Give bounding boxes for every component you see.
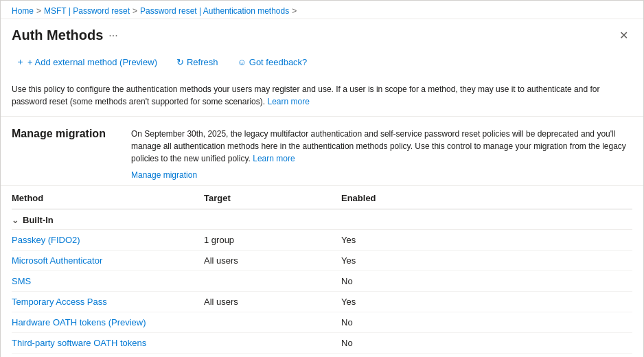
- info-learn-more-link[interactable]: Learn more: [267, 97, 309, 106]
- table-row[interactable]: Third-party software OATH tokens No: [12, 333, 632, 354]
- table-row[interactable]: SMS No: [12, 271, 632, 292]
- table-row[interactable]: Voice call No: [12, 354, 632, 357]
- panel-header: Auth Methods ··· ✕: [1, 19, 643, 50]
- breadcrumb-sep3: >: [292, 6, 297, 16]
- method-name-link[interactable]: Microsoft Authenticator: [12, 255, 204, 266]
- breadcrumb-sep1: >: [36, 6, 41, 16]
- header-target: Target: [204, 193, 341, 203]
- table-row[interactable]: Temporary Access Pass All users Yes: [12, 292, 632, 312]
- migration-description: On September 30th, 2025, the legacy mult…: [131, 128, 632, 165]
- table-row[interactable]: Hardware OATH tokens (Preview) No: [12, 312, 632, 333]
- header-method: Method: [12, 193, 204, 203]
- more-options-icon[interactable]: ···: [108, 30, 117, 42]
- refresh-icon: ↻: [176, 57, 184, 67]
- method-name-link[interactable]: SMS: [12, 276, 204, 286]
- table-row[interactable]: Microsoft Authenticator All users Yes: [12, 251, 632, 271]
- method-enabled: No: [341, 338, 632, 348]
- breadcrumb: Home > MSFT | Password reset > Password …: [1, 1, 643, 19]
- refresh-button[interactable]: ↻ Refresh: [172, 54, 222, 70]
- info-bar: Use this policy to configure the authent…: [1, 78, 643, 117]
- method-name-link[interactable]: Hardware OATH tokens (Preview): [12, 317, 204, 327]
- method-enabled: Yes: [341, 297, 632, 307]
- table-row[interactable]: Passkey (FIDO2) 1 group Yes: [12, 230, 632, 251]
- method-target: All users: [204, 255, 341, 266]
- feedback-button[interactable]: ☺ Got feedback?: [233, 54, 312, 70]
- panel-title-row: Auth Methods ···: [12, 27, 118, 43]
- method-enabled: No: [341, 317, 632, 327]
- breadcrumb-sep2: >: [133, 6, 137, 16]
- feedback-label: Got feedback?: [249, 57, 308, 67]
- migration-section: Manage migration On September 30th, 2025…: [1, 117, 643, 186]
- refresh-label: Refresh: [187, 57, 218, 67]
- header-enabled: Enabled: [341, 193, 632, 203]
- auth-methods-panel: Home > MSFT | Password reset > Password …: [0, 0, 644, 357]
- migration-content: On September 30th, 2025, the legacy mult…: [131, 128, 632, 180]
- page-title: Auth Methods: [12, 27, 103, 43]
- breadcrumb-home[interactable]: Home: [12, 6, 34, 16]
- method-rows-container: Passkey (FIDO2) 1 group Yes Microsoft Au…: [12, 230, 632, 357]
- built-in-group[interactable]: ⌄ Built-In: [12, 209, 632, 230]
- add-icon: ＋: [16, 56, 25, 68]
- method-enabled: Yes: [341, 235, 632, 245]
- manage-migration-link[interactable]: Manage migration: [131, 170, 632, 180]
- method-name-link[interactable]: Temporary Access Pass: [12, 297, 204, 307]
- close-button[interactable]: ✕: [615, 26, 632, 45]
- table-header: Method Target Enabled: [12, 186, 632, 209]
- method-target: All users: [204, 297, 341, 307]
- chevron-down-icon: ⌄: [12, 216, 19, 225]
- migration-desc-text: On September 30th, 2025, the legacy mult…: [131, 129, 626, 163]
- toolbar: ＋ + Add external method (Preview) ↻ Refr…: [1, 50, 643, 78]
- built-in-label: Built-In: [23, 215, 54, 225]
- method-enabled: Yes: [341, 255, 632, 266]
- method-name-link[interactable]: Third-party software OATH tokens: [12, 338, 204, 348]
- methods-table-section: Method Target Enabled ⌄ Built-In Passkey…: [1, 186, 643, 357]
- method-enabled: No: [341, 276, 632, 286]
- breadcrumb-auth[interactable]: Password reset | Authentication methods: [140, 6, 289, 16]
- feedback-icon: ☺: [238, 57, 246, 67]
- breadcrumb-msft[interactable]: MSFT | Password reset: [44, 6, 130, 16]
- add-external-method-button[interactable]: ＋ + Add external method (Preview): [12, 53, 161, 71]
- migration-learn-more-link[interactable]: Learn more: [253, 154, 295, 163]
- migration-title: Manage migration: [12, 128, 115, 140]
- method-name-link[interactable]: Passkey (FIDO2): [12, 235, 204, 245]
- add-label: + Add external method (Preview): [27, 57, 157, 67]
- method-target: 1 group: [204, 235, 341, 245]
